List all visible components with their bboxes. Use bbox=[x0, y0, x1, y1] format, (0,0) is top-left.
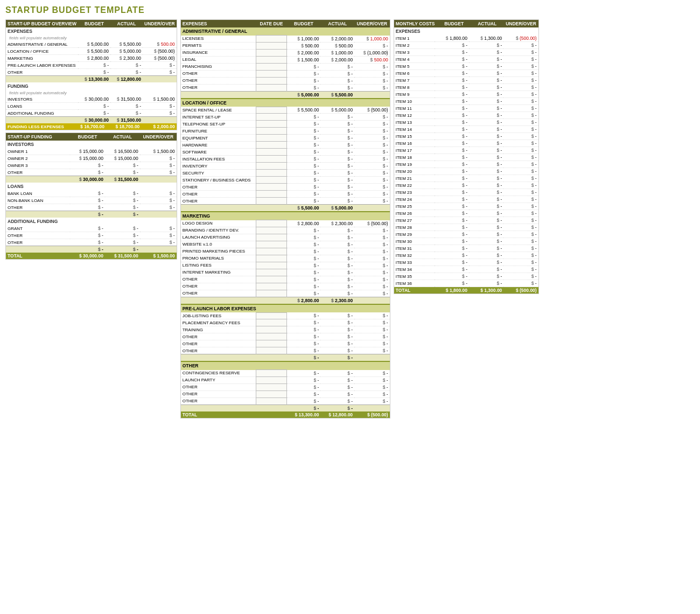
funding-subtotal-row: $ 30,000.00 $ 31,500.00 bbox=[6, 117, 177, 124]
table-row: OTHER $ - $ - $ - bbox=[6, 69, 177, 76]
table-row: ITEM 23 $ - $ - $ - bbox=[394, 189, 538, 196]
table-row: OTHER $ - $ - $ - bbox=[6, 204, 177, 211]
expenses-date-header: DATE DUE bbox=[256, 20, 286, 27]
table-row: TRAINING $ - $ - $ - bbox=[181, 326, 390, 333]
table-row: INVENTORY $ - $ - $ - bbox=[181, 163, 390, 170]
table-row: ITEM 3 $ - $ - $ - bbox=[394, 49, 538, 56]
table-row: ITEM 7 $ - $ - $ - bbox=[394, 77, 538, 84]
table-row: ITEM 33 $ - $ - $ - bbox=[394, 259, 538, 266]
table-row: PLACEMENT AGENCY FEES $ - $ - $ - bbox=[181, 319, 390, 326]
table-row: FRANCHISING $ - $ - $ - bbox=[181, 63, 390, 70]
table-row: OTHER $ - $ - $ - bbox=[181, 390, 390, 397]
table-row: ITEM 32 $ - $ - $ - bbox=[394, 252, 538, 259]
table-row: ITEM 10 $ - $ - $ - bbox=[394, 98, 538, 105]
table-row: ITEM 22 $ - $ - $ - bbox=[394, 182, 538, 189]
expenses-section-label: EXPENSES bbox=[6, 27, 177, 35]
table-row: ITEM 27 $ - $ - $ - bbox=[394, 217, 538, 224]
table-row: ITEM 14 $ - $ - $ - bbox=[394, 126, 538, 133]
auto-populate-text2: fields will populate automatically bbox=[6, 90, 177, 96]
table-row: GRANT $ - $ - $ - bbox=[6, 225, 177, 232]
table-row: ITEM 21 $ - $ - $ - bbox=[394, 175, 538, 182]
table-row: OTHER $ - $ - $ - bbox=[181, 70, 390, 77]
table-row: WEBSITE v.1.0 $ - $ - $ - bbox=[181, 241, 390, 248]
table-row: ITEM 30 $ - $ - $ - bbox=[394, 238, 538, 245]
investors-subtotal-row: $ 30,000.00 $ 31,500.00 bbox=[6, 176, 177, 183]
table-row: LICENSES $ 1,000.00 $ 2,000.00 $ 1,000.0… bbox=[181, 36, 390, 43]
table-row: ITEM 6 $ - $ - $ - bbox=[394, 70, 538, 77]
table-row: PRE-LAUNCH LABOR EXPENSES $ - $ - $ - bbox=[6, 62, 177, 69]
table-row: ITEM 17 $ - $ - $ - bbox=[394, 147, 538, 154]
table-row: LOGO DESIGN $ 2,800.00 $ 2,300.00 $ (500… bbox=[181, 220, 390, 227]
monthly-panel: MONTHLY COSTS BUDGET ACTUAL UNDER/OVER E… bbox=[394, 19, 539, 294]
table-row: ITEM 28 $ - $ - $ - bbox=[394, 224, 538, 231]
table-row: OTHER $ - $ - $ - bbox=[181, 184, 390, 191]
admin-subtotal-row: $ 5,000.00 $ 5,500.00 bbox=[181, 91, 390, 99]
prelabor-section-header: PRE-LAUNCH LABOR EXPENSES bbox=[181, 304, 390, 313]
table-row: ITEM 4 $ - $ - $ - bbox=[394, 56, 538, 63]
table-row: OTHER $ - $ - $ - bbox=[6, 169, 177, 176]
table-row: BANK LOAN $ - $ - $ - bbox=[6, 190, 177, 197]
expenses-grand-total-row: TOTAL $ 13,300.00 $ 12,800.00 $ (500.00) bbox=[181, 411, 390, 418]
table-row: CONTINGENCIES RESERVE $ - $ - $ - bbox=[181, 370, 390, 377]
table-row: PROMO MATERIALS $ - $ - $ - bbox=[181, 255, 390, 262]
page-title: STARTUP BUDGET TEMPLATE bbox=[5, 5, 695, 15]
table-row: INSTALLATION FEES $ - $ - $ - bbox=[181, 156, 390, 163]
table-row: JOB-LISTING FEES $ - $ - $ - bbox=[181, 312, 390, 319]
table-row: ITEM 2 $ - $ - $ - bbox=[394, 42, 538, 49]
table-row: LAUNCH PARTY $ - $ - $ - bbox=[181, 376, 390, 383]
table-row: BRANDING / IDENTITY DEV. $ - $ - $ - bbox=[181, 227, 390, 234]
table-row: STATIONERY / BUSINESS CARDS $ - $ - $ - bbox=[181, 177, 390, 184]
table-row: OTHER $ - $ - $ - bbox=[6, 232, 177, 239]
overview-title-header: START-UP BUDGET OVERVIEW bbox=[6, 20, 78, 27]
funding-actual-header: ACTUAL bbox=[105, 133, 140, 141]
table-row: ADMINISTRATIVE / GENERAL $ 5,000.00 $ 5,… bbox=[6, 41, 177, 48]
expenses-budget-header: BUDGET bbox=[287, 20, 321, 27]
table-row: ITEM 25 $ - $ - $ - bbox=[394, 203, 538, 210]
overview-budget-header: BUDGET bbox=[78, 20, 110, 27]
funding-title-header: START-UP FUNDING bbox=[6, 133, 70, 141]
location-subtotal-row: $ 5,500.00 $ 5,000.00 bbox=[181, 205, 390, 212]
table-row: ITEM 19 $ - $ - $ - bbox=[394, 161, 538, 168]
monthly-grand-total-row: TOTAL $ 1,800.00 $ 1,300.00 $ (500.00) bbox=[394, 287, 538, 294]
table-row: LISTING FEES $ - $ - $ - bbox=[181, 262, 390, 269]
overview-panel: START-UP BUDGET OVERVIEW BUDGET ACTUAL U… bbox=[5, 19, 177, 130]
table-row: HARDWARE $ - $ - $ - bbox=[181, 142, 390, 149]
table-row: ITEM 31 $ - $ - $ - bbox=[394, 245, 538, 252]
monthly-expenses-label: EXPENSES bbox=[394, 27, 538, 35]
table-row: ITEM 29 $ - $ - $ - bbox=[394, 231, 538, 238]
overview-under-header: UNDER/OVER bbox=[143, 20, 177, 27]
funding-budget-header: BUDGET bbox=[70, 133, 105, 141]
table-row: SOFTWARE $ - $ - $ - bbox=[181, 149, 390, 156]
table-row: ITEM 8 $ - $ - $ - bbox=[394, 84, 538, 91]
loans-subtotal-row: $ - $ - bbox=[6, 211, 177, 218]
table-row: OTHER $ - $ - $ - bbox=[181, 77, 390, 84]
table-row: OTHER $ - $ - $ - bbox=[181, 290, 390, 297]
table-row: INVESTORS $ 30,000.00 $ 31,500.00 $ 1,50… bbox=[6, 96, 177, 103]
table-row: OTHER $ - $ - $ - bbox=[181, 198, 390, 205]
investors-label: INVESTORS bbox=[6, 141, 177, 148]
auto-populate-text: fields will populate automatically bbox=[6, 35, 177, 41]
table-row: ITEM 20 $ - $ - $ - bbox=[394, 168, 538, 175]
table-row: LAUNCH ADVERTISING $ - $ - $ - bbox=[181, 234, 390, 241]
table-row: OWNER 1 $ 15,000.00 $ 16,500.00 $ 1,500.… bbox=[6, 148, 177, 155]
table-row: ITEM 35 $ - $ - $ - bbox=[394, 273, 538, 280]
table-row: ITEM 36 $ - $ - $ - bbox=[394, 280, 538, 287]
table-row: OTHER $ - $ - $ - bbox=[181, 340, 390, 347]
table-row: ITEM 1 $ 1,800.00 $ 1,300.00 $ (500.00) bbox=[394, 35, 538, 42]
table-row: OWNER 2 $ 15,000.00 $ 15,000.00 $ - bbox=[6, 155, 177, 162]
monthly-title-header: MONTHLY COSTS bbox=[394, 20, 438, 27]
table-row: LEGAL $ 1,500.00 $ 2,000.00 $ 500.00 bbox=[181, 56, 390, 63]
funding-under-header: UNDER/OVER bbox=[140, 133, 177, 141]
table-row: NON-BANK LOAN $ - $ - $ - bbox=[6, 197, 177, 204]
table-row: ITEM 12 $ - $ - $ - bbox=[394, 112, 538, 119]
monthly-under-header: UNDER/OVER bbox=[503, 20, 538, 27]
table-row: ITEM 11 $ - $ - $ - bbox=[394, 105, 538, 112]
other-section-header: OTHER bbox=[181, 361, 390, 370]
table-row: ITEM 15 $ - $ - $ - bbox=[394, 133, 538, 140]
table-row: SECURITY $ - $ - $ - bbox=[181, 170, 390, 177]
table-row: INTERNET SET-UP $ - $ - $ - bbox=[181, 114, 390, 121]
table-row: OTHER $ - $ - $ - bbox=[6, 239, 177, 246]
monthly-actual-header: ACTUAL bbox=[471, 20, 504, 27]
other-subtotal-row: $ - $ - bbox=[181, 404, 390, 411]
prelabor-subtotal-row: $ - $ - bbox=[181, 354, 390, 362]
